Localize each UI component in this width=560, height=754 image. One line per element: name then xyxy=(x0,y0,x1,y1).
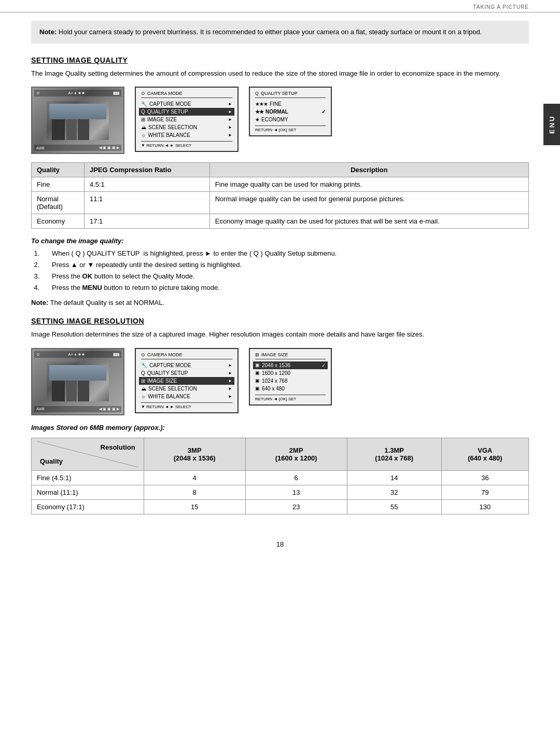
camera-photo-overlay: ⊙ A+ ♦ ★★ ▮▮▮ xyxy=(32,88,123,153)
imagesize-screen: ⊞ IMAGE SIZE ▣ 2048 x 1536 ✓ ▣ 1600 xyxy=(249,348,332,406)
size-2mp-icon: ▣ xyxy=(255,370,260,375)
resolution-section-intro: Image Resolution determines the size of … xyxy=(31,329,529,340)
note-prefix: Note: xyxy=(39,28,57,36)
camera-icon: ⊙ xyxy=(36,91,40,95)
res-menu-item-wb: ☼ WHITE BALANCE ► xyxy=(141,393,232,400)
td-fine-vga: 36 xyxy=(441,470,528,485)
camera-battery: ▮▮▮ xyxy=(113,91,119,95)
td-fine-1mp: 14 xyxy=(347,470,441,485)
camera-status-bar2: ⊙ A+ ♦ ★★ ▮▮▮ xyxy=(34,351,121,358)
size-3mp-icon: ▣ xyxy=(255,362,260,368)
table-row: Fine (4.5:1) 4 6 14 36 xyxy=(32,470,529,485)
td-normal-3mp: 8 xyxy=(144,485,245,499)
size-3mp-check: ✓ xyxy=(321,362,326,368)
td-desc-normal: Normal image quality can be used for gen… xyxy=(209,192,528,214)
quality-economy: ★ ECONOMY xyxy=(255,116,326,123)
td-fine-3mp: 4 xyxy=(144,470,245,485)
resolution-screenshots-row: ⊙ A+ ♦ ★★ ▮▮▮ xyxy=(31,348,529,415)
menu-bottom: ▼ RETURN ◄ ► SELECT xyxy=(141,141,232,148)
imagesize-title-icon: ⊞ xyxy=(255,352,259,357)
camera-photo-overlay2: ⊙ A+ ♦ ★★ ▮▮▮ xyxy=(32,349,123,414)
menu-screen-title: ⊙ CAMERA MODE xyxy=(141,91,232,98)
imagesize-screen-title: ⊞ IMAGE SIZE xyxy=(255,352,326,359)
page-container: TAKING A PICTURE ENU Note: Hold your cam… xyxy=(0,0,560,754)
quality-bottom: RETURN ◄ [OK] SET xyxy=(255,125,326,132)
th-vga: VGA (640 x 480) xyxy=(441,438,528,470)
res-menu-item-quality: Q QUALITY SETUP ► xyxy=(141,369,232,377)
resolution-table: Resolution Quality 3MP (2048 x 1536) 2MP… xyxy=(31,438,529,514)
quality-table: Quality JPEG Compression Ratio Descripti… xyxy=(31,162,529,229)
menu-item-capture: 🔧 CAPTURE MODE ► xyxy=(141,100,232,108)
table-row: Economy (17:1) 15 23 55 130 xyxy=(32,499,529,514)
camera-battery2: ▮▮▮ xyxy=(113,352,119,357)
camera-mode-icons: A+ ♦ ★★ xyxy=(68,91,85,95)
list-item: When ( Q ) QUALITY SETUP is highlighted,… xyxy=(41,248,529,259)
quality-note2: Note: The default Quality is set at NORM… xyxy=(31,299,529,306)
res-menu-item-scene: ⛰ SCENE SELECTION ► xyxy=(141,385,232,393)
imagesize-bottom: RETURN ◄ [OK] SET xyxy=(255,395,326,401)
td-quality-fine: Fine xyxy=(32,177,85,192)
wb-icon: ☼ xyxy=(141,132,146,138)
quality-camera-menu-screen: ⊙ CAMERA MODE 🔧 CAPTURE MODE ► Q QUA xyxy=(135,87,239,152)
th-desc: Description xyxy=(209,163,528,177)
instructions-heading: To change the image quality: xyxy=(31,237,529,245)
list-item: Press the OK button to select the Qualit… xyxy=(41,271,529,282)
size-1mp-icon: ▣ xyxy=(255,378,260,383)
th-3mp: 3MP (2048 x 1536) xyxy=(144,438,245,470)
menu-item-wb: ☼ WHITE BALANCE ► xyxy=(141,131,232,139)
quality-setup-screen: Q QUALITY SETUP ★★★ FINE ★★ NORMAL xyxy=(249,87,332,136)
resolution-section: SETTING IMAGE RESOLUTION Image Resolutio… xyxy=(31,317,529,514)
camera-status-bar: ⊙ A+ ♦ ★★ ▮▮▮ xyxy=(34,90,121,96)
imagesize-2mp: ▣ 1600 x 1200 xyxy=(255,369,326,377)
td-economy-3mp: 15 xyxy=(144,499,245,514)
res-menu-screen-title: ⊙ CAMERA MODE xyxy=(141,352,232,359)
th-1mp: 1.3MP (1024 x 768) xyxy=(347,438,441,470)
scene-icon2: ⛰ xyxy=(141,386,146,392)
quality-icon2: Q xyxy=(141,370,145,376)
scene-icon: ⛰ xyxy=(141,124,146,130)
menu-item-quality: Q QUALITY SETUP ► xyxy=(139,108,234,116)
camera-photo-bg: ⊙ A+ ♦ ★★ ▮▮▮ xyxy=(32,88,123,153)
td-quality-normal: Normal(Default) xyxy=(32,192,85,214)
corner-quality-label: Quality xyxy=(40,457,63,465)
quality-screen-title: Q QUALITY SETUP xyxy=(255,91,326,98)
camera-mode-icons2: A+ ♦ ★★ xyxy=(68,352,85,357)
capture-icon2: 🔧 xyxy=(141,362,147,368)
note-box: Note: Hold your camera steady to prevent… xyxy=(31,21,529,44)
menu-title-text: CAMERA MODE xyxy=(147,91,183,96)
camera-bottom-bar: AWB ◀ ▣ ▣ ▣ ▶ xyxy=(34,145,121,151)
th-quality: Quality xyxy=(32,163,85,177)
camera-awb2: AWB xyxy=(36,407,45,411)
quality-normal: ★★ NORMAL ✓ xyxy=(255,108,326,116)
list-item: Press the MENU button to return to pictu… xyxy=(41,282,529,294)
quality-icon: Q xyxy=(141,109,145,115)
td-normal-label: Normal (11:1) xyxy=(32,485,144,499)
res-menu-item-capture: 🔧 CAPTURE MODE ► xyxy=(141,361,232,369)
td-normal-2mp: 13 xyxy=(245,485,347,499)
menu-item-scene: ⛰ SCENE SELECTION ► xyxy=(141,123,232,131)
quality-camera-photo: ⊙ A+ ♦ ★★ ▮▮▮ xyxy=(31,87,124,154)
size-vga-icon: ▣ xyxy=(255,386,260,391)
camera-controls2: ◀ ▣ ▣ ▣ ▶ xyxy=(99,407,119,411)
td-economy-2mp: 23 xyxy=(245,499,347,514)
camera-controls: ◀ ▣ ▣ ▣ ▶ xyxy=(99,146,119,150)
camera-bottom-bar2: AWB ◀ ▣ ▣ ▣ ▶ xyxy=(34,406,121,412)
imagesize-1mp: ▣ 1024 x 768 xyxy=(255,377,326,385)
quality-section-intro: The Image Quality setting determines the… xyxy=(31,68,529,79)
language-tab: ENU xyxy=(543,104,560,145)
language-label: ENU xyxy=(548,115,556,134)
td-desc-economy: Economy image quality can be used for pi… xyxy=(209,214,528,229)
camera-icon2: ⊙ xyxy=(36,352,40,357)
resolution-camera-menu-screen: ⊙ CAMERA MODE 🔧 CAPTURE MODE ► Q QUA xyxy=(135,348,239,413)
quality-screenshots-row: ⊙ A+ ♦ ★★ ▮▮▮ xyxy=(31,87,529,154)
menu-item-imagesize: ⊞ IMAGE SIZE ► xyxy=(141,116,232,123)
td-ratio-normal: 11:1 xyxy=(84,192,209,214)
td-normal-vga: 79 xyxy=(441,485,528,499)
corner-header: Resolution Quality xyxy=(32,438,144,470)
section-label: TAKING A PICTURE xyxy=(473,4,529,10)
quality-fine: ★★★ FINE xyxy=(255,100,326,108)
wb-icon2: ☼ xyxy=(141,394,146,399)
th-2mp: 2MP (1600 x 1200) xyxy=(245,438,347,470)
td-ratio-fine: 4.5:1 xyxy=(84,177,209,192)
camera-photo-bg2: ⊙ A+ ♦ ★★ ▮▮▮ xyxy=(32,349,123,414)
